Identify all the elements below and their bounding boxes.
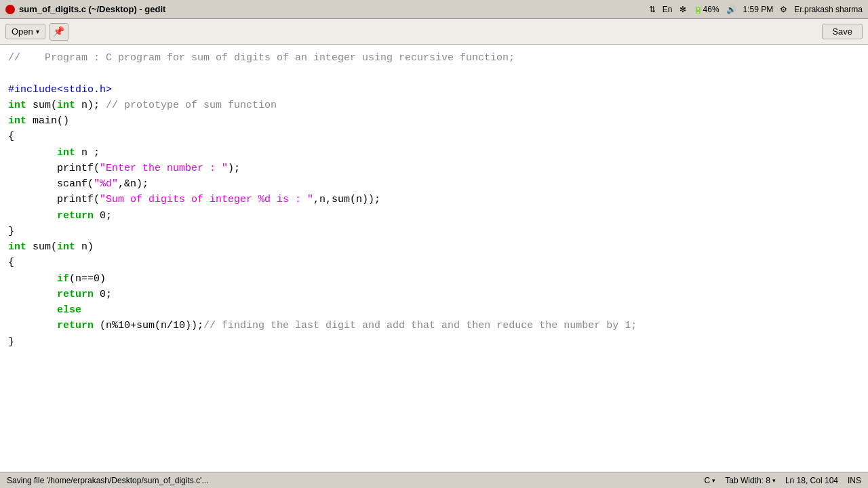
- proto-rest: sum(: [26, 100, 57, 111]
- close-button[interactable]: [5, 5, 15, 14]
- window-title: sum_of_digits.c (~/Desktop) - gedit: [19, 4, 165, 14]
- keyword-int-4: int: [57, 147, 75, 159]
- printf-2-end: ,n,sum(n));: [313, 194, 380, 205]
- tab-width-selector[interactable]: Tab Width: 8 ▾: [725, 476, 776, 485]
- tab-width-label: Tab Width: 8: [725, 476, 770, 485]
- printf-2-fn: printf(: [57, 194, 100, 205]
- scanf-1-fn: scanf(: [57, 178, 94, 190]
- inline-comment: // finding the last digit and add that a…: [203, 320, 637, 331]
- comment-line: // Program : C program for sum of digits…: [8, 52, 515, 64]
- status-right: C ▾ Tab Width: 8 ▾ Ln 18, Col 104 INS: [705, 476, 861, 485]
- language-dropdown-arrow: ▾: [712, 477, 715, 484]
- language-selector[interactable]: C ▾: [705, 476, 716, 485]
- pin-button[interactable]: 📌: [50, 23, 68, 41]
- keyword-if: if: [57, 273, 69, 285]
- bluetooth-icon: ✻: [679, 5, 686, 14]
- cursor-position-label: Ln 18, Col 104: [785, 476, 838, 485]
- open-brace-1: {: [8, 131, 14, 142]
- printf-1-fn: printf(: [57, 163, 100, 174]
- network-icon: ⇅: [649, 5, 656, 14]
- battery-indicator: 🔋46%: [693, 5, 719, 14]
- status-bar: Saving file '/home/erprakash/Desktop/sum…: [0, 472, 868, 488]
- printf-1-end: );: [228, 163, 240, 174]
- code-content[interactable]: // Program : C program for sum of digits…: [0, 50, 868, 350]
- scanf-1-end: ,&n);: [118, 178, 149, 190]
- insert-mode-label: INS: [848, 476, 861, 485]
- return-expr: (n%10+sum(n/10));: [94, 320, 203, 331]
- title-bar-right: ⇅ En ✻ 🔋46% 🔊 1:59 PM ⚙ Er.prakash sharm…: [649, 5, 863, 14]
- title-bar: sum_of_digits.c (~/Desktop) - gedit ⇅ En…: [0, 0, 868, 19]
- lang-indicator: En: [663, 5, 673, 14]
- time-display: 1:59 PM: [743, 5, 774, 14]
- tab-width-dropdown-arrow: ▾: [772, 477, 776, 484]
- open-brace-2: {: [8, 257, 14, 268]
- insert-mode: INS: [848, 476, 861, 485]
- save-button[interactable]: Save: [822, 24, 863, 39]
- keyword-int-1: int: [8, 100, 26, 111]
- proto-rest2: n);: [75, 100, 106, 111]
- sum-sig-end: n): [75, 241, 94, 253]
- open-button[interactable]: Open ▾: [5, 24, 45, 39]
- int-n-decl: n ;: [75, 147, 100, 159]
- return-0-1: 0;: [94, 210, 112, 222]
- pin-icon: 📌: [53, 26, 64, 37]
- keyword-else: else: [57, 304, 81, 316]
- title-bar-left: sum_of_digits.c (~/Desktop) - gedit: [5, 4, 165, 14]
- keyword-return-2: return: [57, 289, 94, 300]
- open-dropdown-arrow[interactable]: ▾: [36, 28, 39, 35]
- keyword-int-3: int: [8, 115, 26, 127]
- main-sig: main(): [26, 115, 69, 127]
- open-label: Open: [12, 26, 33, 37]
- include-line: #include<stdio.h>: [8, 84, 112, 96]
- printf-1-str: "Enter the number : ": [100, 163, 228, 174]
- printf-2-str: "Sum of digits of integer %d is : ": [100, 194, 313, 205]
- proto-comment: // prototype of sum function: [106, 100, 277, 111]
- close-brace-2: }: [8, 336, 14, 348]
- return-0-2: 0;: [94, 289, 112, 300]
- cursor-position: Ln 18, Col 104: [785, 476, 838, 485]
- sum-sig: sum(: [26, 241, 57, 253]
- user-label: Er.prakash sharma: [794, 5, 863, 14]
- status-saving-text: Saving file '/home/erprakash/Desktop/sum…: [7, 476, 705, 485]
- language-label: C: [705, 476, 711, 485]
- keyword-int-5: int: [8, 241, 26, 253]
- keyword-int-2: int: [57, 100, 75, 111]
- keyword-int-6: int: [57, 241, 75, 253]
- if-cond: (n==0): [69, 273, 106, 285]
- editor-area[interactable]: // Program : C program for sum of digits…: [0, 45, 868, 472]
- volume-icon: 🔊: [726, 5, 736, 14]
- toolbar: Open ▾ 📌 Save: [0, 19, 868, 45]
- keyword-return-1: return: [57, 210, 94, 222]
- keyword-return-3: return: [57, 320, 94, 331]
- close-brace-1: }: [8, 226, 14, 237]
- scanf-1-str: "%d": [94, 178, 118, 190]
- settings-icon: ⚙: [780, 5, 787, 14]
